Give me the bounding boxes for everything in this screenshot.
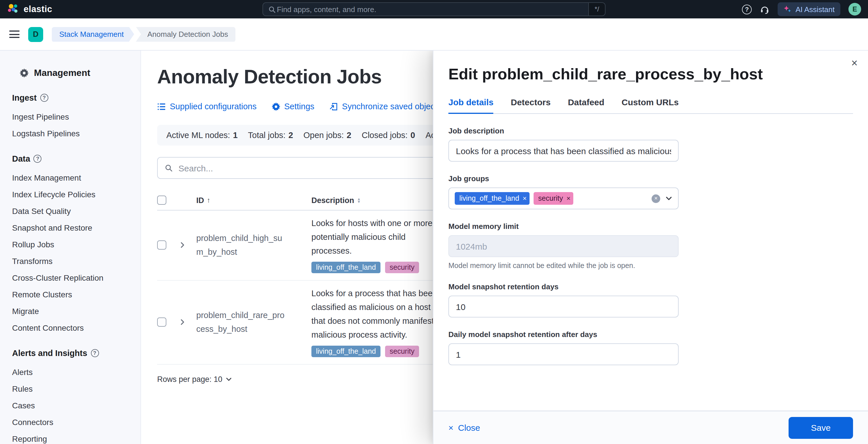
job-description: Looks for a process that has been classi… [311,286,444,342]
sidebar-item-ingest-pipelines[interactable]: Ingest Pipelines [12,108,141,125]
job-id: problem_child_high_sum_by_host [196,231,311,259]
sidebar-item-remote-clusters[interactable]: Remote Clusters [12,286,141,303]
sidebar-item-cross-cluster-replication[interactable]: Cross-Cluster Replication [12,269,141,286]
sidebar-item-index-management[interactable]: Index Management [12,169,141,186]
stat-label: Total jobs: [248,131,286,140]
job-description-field[interactable] [448,140,679,162]
job-description: Looks for hosts with one or more potenti… [311,216,444,258]
close-label: Close [458,423,480,433]
daily-model-snapshot-retention-label: Daily model snapshot retention after day… [448,330,679,339]
model-snapshot-retention-days-field[interactable] [448,296,679,317]
expand-row-icon[interactable] [179,318,196,325]
supplied-configurations-link[interactable]: Supplied configurations [157,102,257,111]
stat-value: 1 [233,131,238,140]
close-icon[interactable]: × [851,58,858,68]
screen: elastic */ ? [0,0,868,444]
column-header-description[interactable]: Description ▲▼ [311,196,444,204]
row-checkbox[interactable] [157,240,166,249]
job-description-label: Job description [448,127,679,135]
question-icon[interactable]: ? [91,349,99,357]
gear-icon [20,68,29,78]
sort-asc-icon: ↑ [207,196,210,204]
global-search[interactable]: */ [262,2,606,16]
job-tags: living_off_the_land security [311,346,444,357]
supplied-configurations-label: Supplied configurations [170,102,257,111]
section-label-data: Data [12,154,30,163]
headset-icon[interactable] [760,4,770,14]
top-bar-actions: ? AI Assistant E [742,2,861,16]
job-tags: living_off_the_land security [311,262,444,273]
sidebar-item-reporting[interactable]: Reporting [12,430,141,444]
expand-row-icon[interactable] [179,241,196,248]
stat-label: Closed jobs: [362,131,408,140]
breadcrumb-anomaly-detection-jobs: Anomaly Detection Jobs [136,27,236,42]
stat-label: Open jobs: [303,131,344,140]
menu-button[interactable] [9,31,20,38]
tab-job-details[interactable]: Job details [448,97,494,113]
synchronize-saved-objects-link[interactable]: Synchronize saved objects [329,102,441,111]
flyout-footer: × Close Save [433,411,868,444]
sidebar-item-data-set-quality[interactable]: Data Set Quality [12,202,141,219]
question-icon[interactable]: ? [40,94,48,102]
ai-assistant-button[interactable]: AI Assistant [778,2,840,16]
sidebar-item-cases[interactable]: Cases [12,397,141,413]
select-all-checkbox[interactable] [157,196,166,205]
sidebar-item-snapshot-and-restore[interactable]: Snapshot and Restore [12,219,141,236]
sidebar-title: Management [34,68,90,78]
save-button[interactable]: Save [788,417,853,439]
row-checkbox[interactable] [157,317,166,327]
stat-value: 2 [288,131,293,140]
clear-all-icon[interactable]: × [652,194,660,203]
model-snapshot-retention-days-label: Model snapshot retention days [448,282,679,291]
job-groups-combobox[interactable]: living_off_the_land × security × × [448,187,679,209]
user-avatar[interactable]: E [848,3,861,15]
close-button[interactable]: × Close [448,423,480,433]
sidebar-item-alerts[interactable]: Alerts [12,364,141,380]
breadcrumb-stack-management[interactable]: Stack Management [52,27,134,42]
job-group-badge: security [385,262,419,273]
search-icon [165,164,173,172]
help-icon[interactable]: ? [742,4,752,14]
section-label-ingest: Ingest [12,93,36,102]
stat-value: 0 [410,131,415,140]
sidebar-item-connectors[interactable]: Connectors [12,413,141,430]
daily-model-snapshot-retention-field[interactable] [448,343,679,365]
flyout-tabs: Job details Detectors Datafeed Custom UR… [448,97,853,114]
tab-custom-urls[interactable]: Custom URLs [622,97,679,113]
job-group-badge: living_off_the_land [311,262,380,273]
sidebar-item-migrate[interactable]: Migrate [12,303,141,319]
workspace: Management Ingest ? Ingest Pipelines Log… [0,50,868,444]
top-bar: elastic */ ? [0,0,868,19]
question-icon[interactable]: ? [34,155,42,163]
search-shortcut-hint: */ [588,3,605,15]
ai-assistant-label: AI Assistant [796,5,835,13]
edit-job-flyout: × Edit problem_child_rare_process_by_hos… [433,50,868,444]
breadcrumb-bar: D Stack Management Anomaly Detection Job… [0,19,868,50]
sidebar-item-logstash-pipelines[interactable]: Logstash Pipelines [12,125,141,141]
model-memory-limit-label: Model memory limit [448,222,679,231]
sidebar-item-rules[interactable]: Rules [12,380,141,397]
home-link[interactable]: elastic [7,3,52,15]
sidebar-item-content-connectors[interactable]: Content Connectors [12,319,141,336]
job-group-tag: living_off_the_land × [455,192,530,205]
stat-label: Active ML nodes: [166,131,230,140]
sidebar-section-alerts-and-insights: Alerts and Insights ? Alerts Rules Cases… [0,348,141,444]
sidebar-header: Management [0,68,141,78]
remove-tag-icon[interactable]: × [523,194,527,202]
brand-name: elastic [24,4,52,14]
space-avatar[interactable]: D [28,27,43,42]
tab-detectors[interactable]: Detectors [511,97,551,113]
sidebar-item-transforms[interactable]: Transforms [12,252,141,269]
tab-datafeed[interactable]: Datafeed [568,97,604,113]
job-id: problem_child_rare_process_by_host [196,308,311,336]
settings-link[interactable]: Settings [272,102,315,111]
column-header-id[interactable]: ID ↑ [196,196,311,204]
breadcrumb: Stack Management Anomaly Detection Jobs [52,27,236,42]
sidebar-item-rollup-jobs[interactable]: Rollup Jobs [12,236,141,252]
search-icon [268,5,276,13]
job-details-form: Job description Job groups living_off_th… [448,127,679,365]
sidebar-item-index-lifecycle-policies[interactable]: Index Lifecycle Policies [12,186,141,202]
chevron-down-icon[interactable] [665,195,672,202]
global-search-input[interactable] [276,4,588,14]
remove-tag-icon[interactable]: × [566,194,570,202]
